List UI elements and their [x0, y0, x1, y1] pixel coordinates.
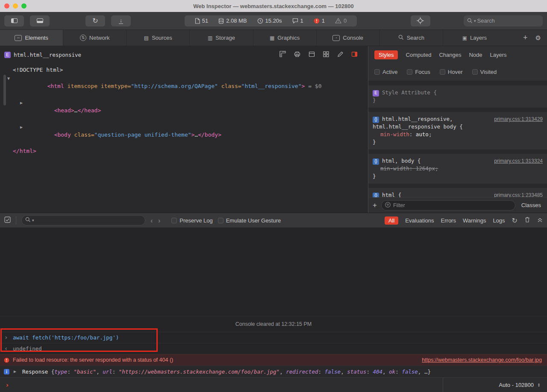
element-badge: E [373, 90, 379, 97]
inspector-toolbar: ↻ ↓ 51 2.08 MB 15.20s 1 1 0 [0, 12, 547, 30]
stylesheet-link[interactable]: primary.css:1:313429 [494, 115, 543, 123]
sources-icon: ▤ [144, 35, 149, 41]
stylesheet-link[interactable]: primary.css:1:233485 [494, 191, 543, 197]
result-arrow-icon: ‹ [4, 345, 8, 352]
toolbar-search[interactable]: ▾ [464, 15, 543, 26]
disclosure-closed-icon[interactable]: ▶ [14, 369, 16, 374]
reload-page-button[interactable]: ↻ [85, 15, 105, 26]
scope-logs[interactable]: Logs [493, 217, 505, 224]
checkbox-icon [440, 69, 445, 75]
css-property-overridden[interactable]: min-width: 1264px; [373, 165, 543, 173]
classes-button[interactable]: Classes [520, 202, 543, 208]
console-command-row[interactable]: › await fetch('https:/foo/bar.jpg') [0, 332, 547, 343]
tab-console[interactable]: ›Console [317, 30, 380, 46]
rulers-icon[interactable] [279, 51, 286, 59]
styles-filter-input[interactable] [393, 202, 512, 208]
scope-evaluations[interactable]: Evaluations [405, 217, 434, 224]
stat-transfer-size: 2.08 MB [218, 18, 247, 24]
disclosure-open-icon[interactable]: ▼ [7, 74, 10, 82]
trash-icon[interactable] [524, 216, 530, 224]
pseudo-hover-checkbox[interactable]: Hover [440, 69, 463, 75]
tab-node[interactable]: Node [469, 52, 482, 58]
search-input[interactable] [477, 18, 539, 24]
css-rule[interactable]: primary.css:1:313324 {}html, body { min-… [368, 154, 547, 184]
console-toolbar: ▾ ‹ › Preserve Log Emulate User Gesture … [0, 213, 547, 228]
stat-value: 15.20s [265, 18, 282, 24]
disclosure-closed-icon[interactable]: ▶ [20, 99, 23, 107]
info-icon [4, 369, 9, 376]
tab-graphics[interactable]: ▦Graphics [253, 30, 317, 46]
console-error-row[interactable]: Failed to load resource: the server resp… [0, 354, 547, 366]
stylesheet-link[interactable]: primary.css:1:313324 [494, 157, 543, 165]
dom-node-doctype[interactable]: <!DOCTYPE html> [0, 66, 368, 74]
console-prompt-icon[interactable]: › [5, 381, 9, 389]
error-resource-link[interactable]: https://webmasters.stackexchange.com/foo… [413, 357, 542, 363]
emulate-user-gesture-checkbox[interactable]: Emulate User Gesture [218, 217, 281, 224]
console-log-row[interactable]: ▶ Response {type: "basic", url: "https:/… [0, 366, 547, 377]
preserve-log-checkbox[interactable]: Preserve Log [171, 217, 212, 224]
scope-warnings[interactable]: Warnings [463, 217, 486, 224]
dom-node-head[interactable]: ▶<head>…</head> [0, 98, 368, 123]
tab-computed[interactable]: Computed [406, 52, 431, 58]
tab-elements[interactable]: ‹›Elements [0, 30, 63, 46]
dom-node-html[interactable]: ▼<html itemscope itemtype="http://schema… [0, 74, 368, 98]
close-window-button[interactable] [4, 3, 9, 9]
find-previous-button[interactable]: ‹ [150, 217, 153, 224]
dom-node-body[interactable]: ▶<body class="question-page unified-them… [0, 123, 368, 147]
css-rule[interactable]: primary.css:1:233485 {}html { height: 10… [368, 188, 547, 197]
search-tab-icon [398, 35, 404, 41]
tab-styles[interactable]: Styles [374, 50, 398, 59]
grid-overlay-icon[interactable] [323, 51, 329, 59]
command-prompt-icon: › [4, 334, 8, 341]
stat-error-count: 1 [314, 18, 325, 24]
styles-filter-field[interactable] [381, 200, 515, 211]
new-rule-button[interactable]: + [373, 201, 377, 210]
tab-network[interactable]: ⇅Network [63, 30, 126, 46]
toggle-left-sidebar-button[interactable] [4, 15, 24, 26]
pseudo-active-checkbox[interactable]: Active [374, 69, 397, 75]
error-icon [314, 18, 320, 24]
scope-all[interactable]: All [385, 216, 398, 225]
tab-layers[interactable]: ▣Layers [443, 30, 506, 46]
element-picker-button[interactable] [411, 15, 430, 26]
dom-node-html-close[interactable]: </html> [0, 147, 368, 155]
console-messages: Console cleared at 12:32:15 PM › await f… [0, 228, 547, 377]
refresh-icon[interactable]: ↻ [512, 216, 518, 225]
tab-layers[interactable]: Layers [490, 52, 507, 58]
download-web-archive-button[interactable]: ↓ [111, 15, 131, 26]
disclosure-closed-icon[interactable]: ▶ [20, 123, 23, 131]
frame-overlay-icon[interactable] [309, 51, 315, 59]
tab-changes[interactable]: Changes [439, 52, 461, 58]
find-next-button[interactable]: › [158, 217, 161, 224]
scope-errors[interactable]: Errors [441, 217, 456, 224]
edit-dom-icon[interactable] [337, 51, 343, 59]
collapse-console-icon[interactable] [537, 217, 543, 224]
speech-bubble-icon [292, 18, 298, 23]
console-search-field[interactable]: ▾ [21, 215, 145, 225]
tab-sources[interactable]: ▤Sources [126, 30, 190, 46]
stat-value: 1 [322, 18, 325, 24]
print-styles-icon[interactable] [294, 51, 300, 59]
breadcrumb[interactable]: html.html__responsive [14, 52, 81, 58]
pseudo-focus-checkbox[interactable]: Focus [407, 69, 430, 75]
toggle-console-drawer-button[interactable] [30, 15, 50, 26]
console-pane-toggle-button[interactable] [4, 216, 11, 224]
console-search-input[interactable] [35, 217, 141, 224]
new-tab-button[interactable]: + [523, 33, 528, 42]
search-icon [25, 217, 31, 224]
resource-stats-bar[interactable]: 51 2.08 MB 15.20s 1 1 0 [185, 15, 357, 26]
css-property[interactable]: min-width: auto; [373, 131, 543, 138]
zoom-window-button[interactable] [21, 3, 26, 9]
console-result-row[interactable]: ‹ undefined [0, 343, 547, 354]
execution-context-selector[interactable]: Auto - 102800 ▲▼ [443, 378, 547, 392]
minimize-window-button[interactable] [13, 3, 18, 9]
split-panes-icon[interactable] [351, 51, 358, 59]
tab-search[interactable]: Search [380, 30, 443, 46]
pseudo-visited-checkbox[interactable]: Visited [472, 69, 497, 75]
console-command-text: await fetch('https:/foo/bar.jpg') [13, 334, 119, 341]
settings-gear-icon[interactable]: ⚙ [535, 34, 541, 42]
inline-style-rule[interactable]: EStyle Attribute { } [368, 85, 547, 108]
css-rule[interactable]: primary.css:1:313429 {}html.html__respon… [368, 112, 547, 149]
chevron-down-icon: ▾ [32, 218, 34, 222]
tab-storage[interactable]: ▥Storage [190, 30, 253, 46]
